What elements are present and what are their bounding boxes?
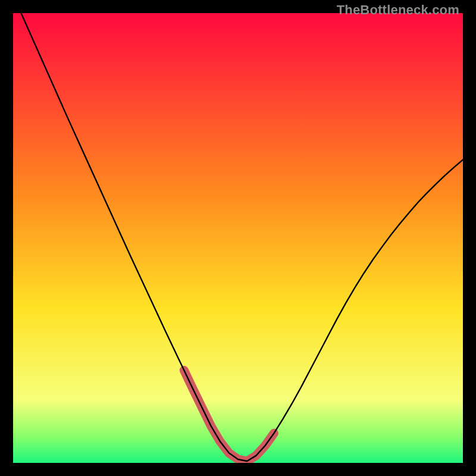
chart-svg <box>13 13 463 463</box>
chart-frame <box>13 13 463 463</box>
watermark-text: TheBottleneck.com <box>337 2 459 18</box>
gradient-background <box>13 13 463 463</box>
